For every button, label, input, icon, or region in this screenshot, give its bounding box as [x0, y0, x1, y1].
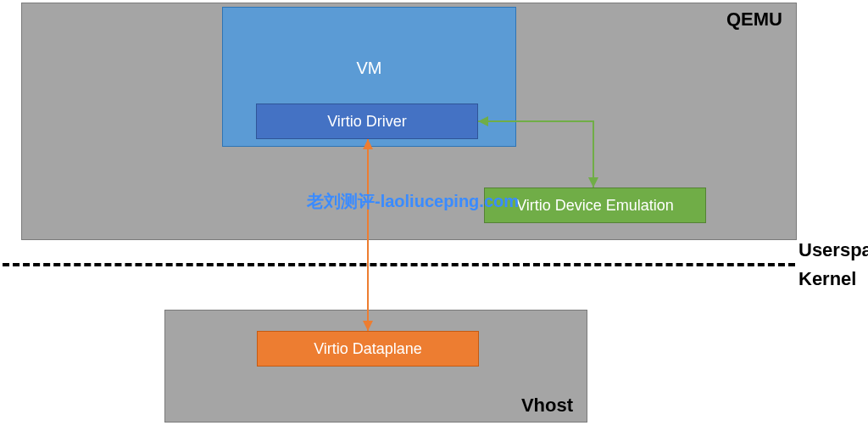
diagram-canvas: QEMU VM Virtio Driver Virtio Device Emul… [0, 0, 868, 431]
virtio-dataplane-label: Virtio Dataplane [314, 340, 422, 358]
virtio-driver-label: Virtio Driver [327, 113, 407, 131]
qemu-label: QEMU [726, 8, 782, 31]
virtio-dataplane-box: Virtio Dataplane [257, 331, 479, 367]
vhost-label: Vhost [521, 395, 573, 417]
virtio-device-emulation-label: Virtio Device Emulation [516, 197, 674, 215]
userspace-label: Userspace [798, 239, 868, 261]
watermark-text: 老刘测评-laoliuceping.com [307, 190, 519, 213]
kernel-label: Kernel [798, 268, 856, 290]
userspace-kernel-divider [3, 263, 795, 266]
vm-label: VM [223, 59, 515, 78]
virtio-driver-box: Virtio Driver [256, 104, 478, 139]
